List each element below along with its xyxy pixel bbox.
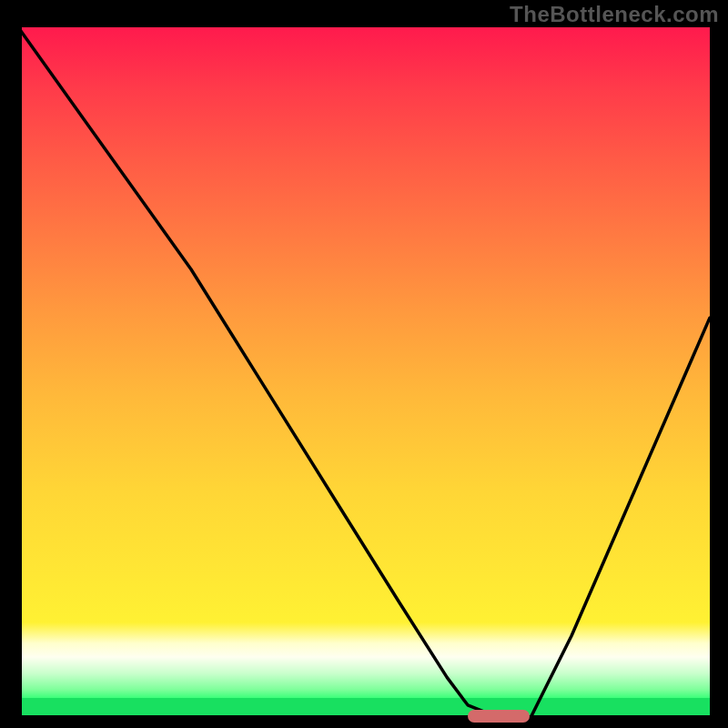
curve-svg (18, 27, 710, 719)
bottleneck-curve-path (18, 27, 710, 719)
optimal-range-marker (468, 710, 530, 723)
chart-container: TheBottleneck.com (0, 0, 728, 728)
watermark-text: TheBottleneck.com (510, 2, 719, 27)
